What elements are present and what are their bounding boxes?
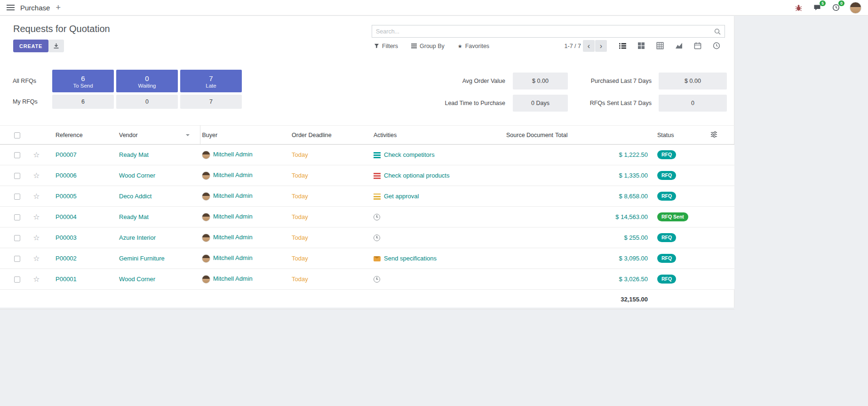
- activities-count-badge: 0: [838, 0, 844, 6]
- pager-previous-button[interactable]: [583, 40, 595, 52]
- buyer-link[interactable]: Mitchell Admin: [213, 151, 253, 158]
- my-rfqs-filter[interactable]: My RFQs: [13, 95, 38, 109]
- pager-next-button[interactable]: [595, 40, 607, 52]
- my-tile-waiting[interactable]: 0: [116, 95, 178, 109]
- vendor-link[interactable]: Azure Interior: [119, 234, 156, 241]
- graph-view-icon[interactable]: [673, 40, 685, 52]
- column-header-total[interactable]: Total: [555, 126, 650, 145]
- pivot-view-icon[interactable]: [654, 40, 666, 52]
- debug-bug-icon[interactable]: [793, 2, 804, 13]
- activity-view-icon[interactable]: [710, 40, 723, 52]
- new-tab-button[interactable]: +: [56, 3, 61, 12]
- tile-waiting[interactable]: 0 Waiting: [116, 70, 178, 92]
- table-row[interactable]: P00001 Wood Corner Mitchell Admin Today …: [0, 269, 734, 290]
- column-header-order-deadline[interactable]: Order Deadline: [290, 126, 372, 145]
- table-row[interactable]: P00003 Azure Interior Mitchell Admin Tod…: [0, 227, 734, 248]
- vendor-link[interactable]: Wood Corner: [119, 276, 155, 283]
- activity-type-icon[interactable]: [374, 276, 380, 283]
- app-name[interactable]: Purchase: [20, 4, 50, 12]
- column-header-buyer[interactable]: Buyer: [200, 126, 290, 145]
- activity-type-icon[interactable]: [374, 194, 381, 200]
- group-by-button[interactable]: Group By: [411, 43, 445, 49]
- list-view-icon[interactable]: [616, 40, 629, 52]
- favorites-button[interactable]: Favorites: [458, 43, 489, 49]
- row-checkbox[interactable]: [14, 276, 20, 283]
- reference-link[interactable]: P00006: [56, 172, 77, 179]
- purchase-dashboard: All RFQs My RFQs 6 To Send 0 Waiting 7 L…: [0, 59, 734, 125]
- reference-link[interactable]: P00003: [56, 234, 77, 241]
- activities-clock-icon[interactable]: 0: [831, 2, 841, 13]
- activity-type-icon[interactable]: [374, 256, 381, 261]
- column-header-vendor[interactable]: Vendor: [117, 126, 200, 145]
- column-header-status[interactable]: Status: [650, 126, 710, 145]
- row-total: $ 3,095.00: [619, 255, 648, 262]
- my-tile-late[interactable]: 7: [180, 95, 242, 109]
- buyer-link[interactable]: Mitchell Admin: [213, 213, 253, 220]
- favorite-star-icon[interactable]: [33, 171, 40, 179]
- filters-button[interactable]: Filters: [374, 43, 398, 49]
- activity-type-icon[interactable]: [374, 152, 381, 158]
- favorite-star-icon[interactable]: [33, 254, 40, 262]
- pager-range[interactable]: 1-7 / 7: [541, 40, 581, 52]
- reference-link[interactable]: P00001: [56, 276, 77, 283]
- activity-link[interactable]: Get approval: [384, 193, 419, 200]
- table-row[interactable]: P00005 Deco Addict Mitchell Admin Today …: [0, 186, 734, 207]
- my-tile-to-send[interactable]: 6: [52, 95, 114, 109]
- buyer-link[interactable]: Mitchell Admin: [213, 192, 253, 199]
- reference-link[interactable]: P00002: [56, 255, 77, 262]
- buyer-link[interactable]: Mitchell Admin: [213, 234, 253, 241]
- activity-link[interactable]: Send specifications: [384, 255, 437, 262]
- vendor-link[interactable]: Deco Addict: [119, 193, 151, 200]
- vendor-link[interactable]: Gemini Furniture: [119, 255, 165, 262]
- row-checkbox[interactable]: [14, 152, 20, 158]
- table-row[interactable]: P00007 Ready Mat Mitchell Admin Today Ch…: [0, 145, 734, 165]
- row-checkbox[interactable]: [14, 256, 20, 262]
- favorite-star-icon[interactable]: [33, 275, 40, 283]
- row-checkbox[interactable]: [14, 194, 20, 200]
- row-total: $ 1,335.00: [619, 172, 648, 179]
- buyer-link[interactable]: Mitchell Admin: [213, 254, 253, 261]
- apps-menu-icon[interactable]: [7, 5, 15, 11]
- reference-link[interactable]: P00004: [56, 213, 77, 220]
- favorite-star-icon[interactable]: [33, 234, 40, 242]
- favorite-star-icon[interactable]: [33, 213, 40, 221]
- buyer-link[interactable]: Mitchell Admin: [213, 171, 253, 179]
- user-avatar[interactable]: [850, 2, 861, 14]
- activity-link[interactable]: Check competitors: [384, 151, 435, 158]
- calendar-view-icon[interactable]: [692, 40, 704, 52]
- reference-link[interactable]: P00007: [56, 151, 77, 158]
- vendor-link[interactable]: Wood Corner: [119, 172, 155, 179]
- buyer-avatar: [202, 151, 210, 159]
- activity-type-icon[interactable]: [374, 235, 380, 241]
- kanban-view-icon[interactable]: [635, 40, 647, 52]
- row-checkbox[interactable]: [14, 235, 20, 241]
- row-checkbox[interactable]: [14, 173, 20, 179]
- optional-columns-button[interactable]: [710, 126, 734, 145]
- table-row[interactable]: P00002 Gemini Furniture Mitchell Admin T…: [0, 248, 734, 269]
- tile-late[interactable]: 7 Late: [180, 70, 242, 92]
- buyer-link[interactable]: Mitchell Admin: [213, 275, 253, 282]
- select-all-checkbox[interactable]: [14, 132, 20, 138]
- create-button[interactable]: CREATE: [13, 40, 48, 52]
- row-total: $ 14,563.00: [615, 213, 648, 220]
- column-header-source-document[interactable]: Source Document: [504, 126, 555, 145]
- tile-to-send[interactable]: 6 To Send: [52, 70, 114, 92]
- vendor-link[interactable]: Ready Mat: [119, 213, 149, 220]
- reference-link[interactable]: P00005: [56, 193, 77, 200]
- all-rfqs-filter[interactable]: All RFQs: [13, 70, 36, 92]
- column-header-reference[interactable]: Reference: [45, 126, 117, 145]
- row-checkbox[interactable]: [14, 214, 20, 220]
- favorite-star-icon[interactable]: [33, 192, 40, 200]
- topbar-right: 5 0: [793, 2, 861, 14]
- activity-type-icon[interactable]: [374, 214, 380, 220]
- export-download-button[interactable]: [48, 40, 64, 52]
- messages-icon[interactable]: 5: [812, 2, 822, 13]
- column-header-activities[interactable]: Activities: [372, 126, 504, 145]
- activity-link[interactable]: Check optional products: [384, 172, 449, 179]
- activity-type-icon[interactable]: [374, 173, 381, 179]
- vendor-link[interactable]: Ready Mat: [119, 151, 149, 158]
- table-row[interactable]: P00006 Wood Corner Mitchell Admin Today …: [0, 165, 734, 186]
- table-row[interactable]: P00004 Ready Mat Mitchell Admin Today $ …: [0, 207, 734, 227]
- favorite-star-icon[interactable]: [33, 151, 40, 159]
- search-input[interactable]: [372, 25, 714, 37]
